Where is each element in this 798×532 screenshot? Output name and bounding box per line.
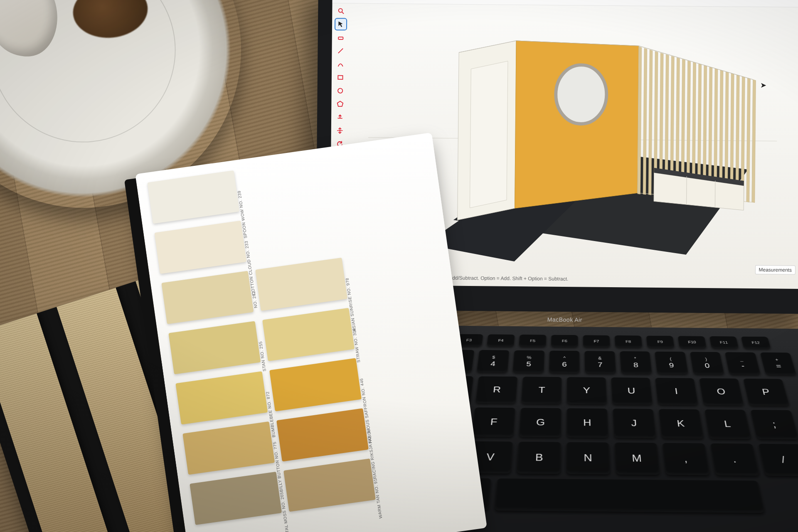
paint-swatch: SPOON WOW NO. 239	[147, 170, 239, 224]
key[interactable]: K	[658, 409, 704, 438]
eraser-icon[interactable]	[335, 32, 346, 43]
key[interactable]: U	[611, 377, 653, 405]
key[interactable]: F7	[583, 335, 611, 347]
key[interactable]: J	[613, 409, 656, 438]
key[interactable]: F9	[646, 336, 675, 348]
key[interactable]: (9	[655, 352, 688, 374]
key[interactable]: *8	[620, 351, 652, 374]
svg-rect-4	[338, 76, 342, 79]
key[interactable]: F11	[709, 336, 739, 349]
line-icon[interactable]	[335, 45, 346, 56]
search-icon[interactable]	[335, 5, 346, 16]
key[interactable]: &7	[585, 351, 616, 373]
paint-swatch: BILLY BUTTON NO. 775	[182, 421, 275, 475]
key[interactable]: ^6	[549, 351, 580, 373]
svg-line-49	[687, 176, 687, 204]
rectangle-icon[interactable]	[335, 72, 346, 83]
paint-swatch: COTTON CLOUD NO. 233	[154, 221, 246, 274]
svg-rect-2	[338, 37, 343, 39]
paint-swatch: STAN NO. 255	[168, 321, 261, 374]
paint-swatch: RACING RIKSJA NO. 54	[276, 408, 369, 461]
key[interactable]: )0	[690, 352, 724, 374]
svg-point-23	[556, 65, 607, 124]
paint-swatch: BUMBLEBEE NO. 872	[175, 371, 268, 424]
paint-swatch: NO. 261	[161, 271, 254, 324]
svg-marker-44	[746, 78, 750, 202]
key[interactable]: L	[704, 409, 751, 439]
swatch-label: STAN NO. 255	[258, 341, 267, 372]
paint-swatch: FABULOUS SAFFRON NO. 446	[269, 358, 362, 411]
measurements-box[interactable]: Measurements	[755, 265, 796, 275]
paint-swatch: ASIAN SUNRISE NO. 978	[255, 258, 347, 311]
paint-swatch: WARM TAN NO. 91	[283, 458, 376, 512]
spacebar[interactable]	[495, 478, 765, 513]
paint-swatch: STRAW NO. 309	[262, 308, 355, 361]
arc-icon[interactable]	[335, 59, 346, 69]
key[interactable]: F8	[615, 335, 643, 348]
pinecone	[70, 0, 150, 42]
key[interactable]: F6	[551, 335, 578, 347]
svg-line-3	[338, 49, 343, 53]
key[interactable]: ,	[663, 443, 710, 475]
key[interactable]: H	[566, 408, 608, 438]
key[interactable]: I	[655, 378, 698, 405]
key[interactable]: +=	[760, 352, 796, 375]
key[interactable]: _-	[725, 352, 761, 374]
key[interactable]: P	[743, 379, 789, 406]
cursor-icon: ➤	[760, 81, 766, 90]
swatch-label: STRAW NO. 309	[352, 328, 362, 363]
key[interactable]: .	[710, 443, 759, 476]
key[interactable]: /	[758, 444, 798, 476]
key[interactable]: M	[614, 443, 660, 475]
paint-swatch: MONUMENTAL MOSS NO. 265	[190, 472, 282, 525]
ceramic-object	[0, 0, 62, 60]
key[interactable]: Y	[567, 377, 607, 404]
key[interactable]: O	[699, 378, 744, 406]
app-menubar[interactable]	[332, 0, 798, 7]
svg-line-1	[342, 12, 344, 14]
key[interactable]: F12	[741, 337, 771, 349]
paint-fan-deck: SPOON WOW NO. 239COTTON CLOUD NO. 233NO.…	[135, 133, 487, 532]
svg-point-0	[339, 9, 342, 12]
key[interactable]: F10	[678, 336, 707, 348]
select-icon[interactable]	[335, 19, 346, 30]
key[interactable]: N	[566, 442, 610, 475]
svg-line-50	[715, 181, 715, 207]
circle-icon[interactable]	[335, 85, 346, 96]
key[interactable]: ;	[750, 410, 798, 439]
swatch-label: WARM TAN NO. 91	[373, 478, 383, 519]
swatch-label: NO. 261	[251, 291, 258, 309]
svg-point-5	[338, 89, 342, 93]
